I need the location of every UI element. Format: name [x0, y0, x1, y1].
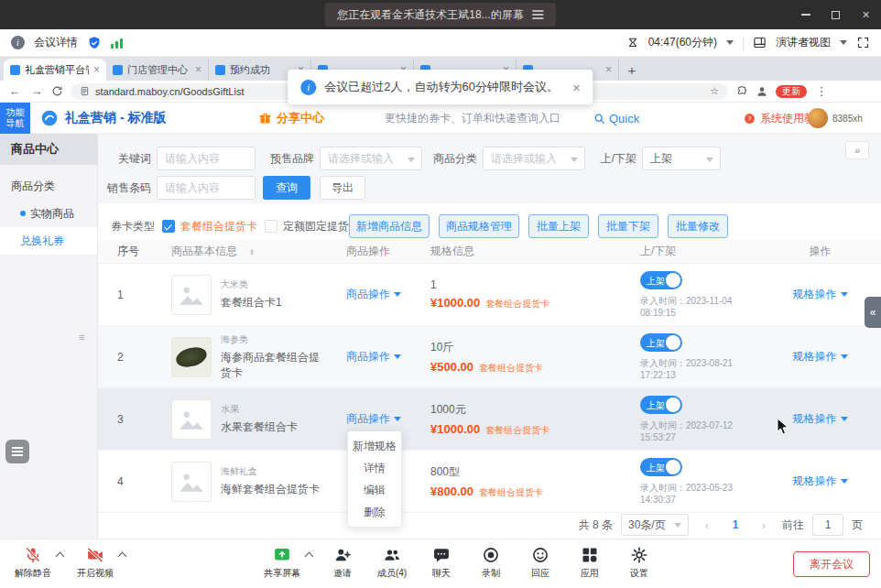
timer-dropdown-icon[interactable] — [726, 40, 734, 45]
product-op-dropdown[interactable]: 商品操作 — [346, 287, 401, 302]
brand-select[interactable]: 请选择或输入 — [320, 147, 422, 170]
sidebar-item-gift-vouchers[interactable]: 兑换礼券 — [0, 227, 97, 255]
row-index: 2 — [105, 351, 162, 364]
record-button[interactable]: 录制 — [465, 546, 517, 580]
tab-favicon — [215, 65, 225, 75]
export-button[interactable]: 导出 — [320, 176, 365, 200]
share-screen-button[interactable]: 共享屏幕 — [256, 546, 308, 580]
menu-item-add-spec[interactable]: 新增规格 — [348, 435, 401, 457]
shelf-toggle[interactable]: 上架 — [640, 271, 682, 289]
browser-update-badge[interactable]: 更新 — [776, 85, 807, 98]
shelf-select[interactable]: 上架 — [642, 147, 721, 170]
browser-tab-active[interactable]: 礼盒营销平台管理中… × — [4, 59, 106, 81]
menu-item-details[interactable]: 详情 — [348, 457, 401, 479]
menu-icon[interactable] — [533, 14, 544, 16]
chevron-down-icon — [394, 417, 401, 421]
search-button[interactable]: 查询 — [263, 176, 310, 200]
menu-item-delete[interactable]: 删除 — [348, 501, 401, 523]
function-nav-line1: 功能 — [6, 107, 25, 118]
barcode-input[interactable] — [157, 176, 256, 200]
sidebar-item-categories[interactable]: 商品分类 — [0, 172, 97, 200]
apps-button[interactable]: 应用 — [564, 546, 615, 580]
security-shield-icon[interactable] — [87, 36, 102, 50]
view-mode-label[interactable]: 演讲者视图 — [776, 35, 831, 50]
bookmark-star-icon[interactable]: ☆ — [710, 85, 719, 97]
window-controls: × — [790, 0, 881, 29]
quick-link[interactable]: Quick — [593, 103, 639, 134]
batch-off-shelf-button[interactable]: 批量下架 — [598, 214, 658, 238]
shelf-toggle[interactable]: 上架 — [640, 333, 682, 352]
new-tab-button[interactable]: + — [623, 60, 641, 79]
spec-manage-button[interactable]: 商品规格管理 — [439, 214, 519, 238]
product-op-dropdown[interactable]: 商品操作 — [346, 349, 401, 365]
checkbox-icon[interactable] — [265, 220, 277, 233]
tab-close-icon[interactable]: × — [605, 64, 612, 75]
info-icon: i — [300, 80, 316, 95]
fullscreen-icon[interactable] — [856, 36, 870, 49]
spec-op-dropdown[interactable]: 规格操作 — [793, 287, 848, 302]
view-dropdown-icon[interactable] — [840, 40, 847, 45]
user-menu[interactable]: 8385xh — [808, 103, 863, 134]
maximize-button[interactable] — [821, 0, 851, 29]
add-product-button[interactable]: 新增商品信息 — [349, 214, 430, 238]
cardtype-option-fixed[interactable]: 定额固定提货卡 — [265, 214, 360, 238]
members-button[interactable]: 成员(4) — [366, 546, 418, 580]
function-nav-button[interactable]: 功能 导航 — [0, 103, 30, 134]
keyword-input[interactable] — [157, 147, 256, 170]
close-button[interactable]: × — [851, 0, 881, 29]
pagination: 共 8 条 30条/页 ‹ 1 › 前往 页 — [98, 513, 863, 537]
collapse-filters-button[interactable]: » — [845, 141, 869, 159]
spec-op-dropdown[interactable]: 规格操作 — [793, 349, 848, 365]
batch-on-shelf-button[interactable]: 批量上架 — [528, 214, 589, 238]
back-icon[interactable]: ← — [7, 84, 22, 98]
chat-button[interactable]: 聊天 — [416, 546, 467, 580]
unmute-button[interactable]: 解除静音 — [7, 546, 59, 580]
right-panel-tab[interactable]: « — [865, 297, 881, 328]
shelf-toggle[interactable]: 上架 — [640, 396, 682, 414]
category-select[interactable]: 请选择或输入 — [483, 147, 585, 170]
browser-menu-icon[interactable]: ⋮ — [814, 84, 829, 98]
product-name: 海参商品套餐组合提货卡 — [221, 350, 325, 381]
header-spec: 规格信息 — [409, 244, 618, 259]
forward-icon[interactable]: → — [29, 84, 44, 98]
cardtype-option-combo[interactable]: 套餐组合提货卡 — [162, 214, 257, 238]
page-size-select[interactable]: 30条/页 — [621, 514, 689, 536]
info-icon: i — [11, 36, 25, 49]
tab-close-icon[interactable]: × — [195, 64, 201, 75]
chevron-down-icon — [706, 158, 713, 162]
invite-button[interactable]: 邀请 — [317, 546, 368, 580]
batch-edit-button[interactable]: 批量修改 — [668, 214, 728, 238]
tab-label: 预约成功 — [230, 63, 293, 77]
tab-close-icon[interactable]: × — [93, 64, 100, 75]
prev-page-button[interactable]: ‹ — [697, 514, 717, 536]
header-action: 操作 — [767, 244, 874, 259]
browser-tab[interactable]: 门店管理中心 × — [106, 59, 209, 81]
settings-button[interactable]: 设置 — [614, 546, 665, 580]
menu-item-edit[interactable]: 编辑 — [348, 479, 401, 501]
meeting-details-link[interactable]: 会议详情 — [34, 35, 78, 50]
start-video-button[interactable]: 开启视频 — [70, 546, 121, 580]
sidebar-item-physical-goods[interactable]: 实物商品 — [0, 200, 97, 227]
leave-meeting-button[interactable]: 离开会议 — [793, 551, 870, 577]
meeting-toast: i 会议已超过2人，自动转为60分钟限时会议。 × — [288, 70, 593, 104]
meeting-mini-toolbar[interactable] — [5, 440, 29, 463]
row-index: 4 — [105, 475, 162, 488]
next-page-button[interactable]: › — [754, 514, 774, 536]
share-center-link[interactable]: 分享中心 — [258, 103, 324, 134]
spec-op-dropdown[interactable]: 规格操作 — [793, 411, 848, 427]
shelf-toggle[interactable]: 上架 — [640, 458, 682, 476]
goto-page-input[interactable] — [812, 514, 843, 536]
refresh-icon[interactable] — [51, 85, 63, 97]
react-button[interactable]: 回应 — [515, 546, 566, 580]
sort-icon[interactable]: ▲▼ — [249, 248, 255, 256]
profile-icon[interactable] — [756, 85, 768, 98]
checkbox-checked-icon[interactable] — [162, 220, 175, 233]
product-op-dropdown-open[interactable]: 商品操作 — [346, 411, 401, 427]
spec-op-dropdown[interactable]: 规格操作 — [793, 474, 848, 489]
toast-close-icon[interactable]: × — [572, 80, 581, 95]
minimize-button[interactable] — [790, 0, 821, 29]
sidebar-grip-icon[interactable]: ≡ — [79, 332, 84, 343]
extensions-icon[interactable] — [735, 85, 748, 98]
product-name: 水果套餐组合卡 — [221, 419, 298, 435]
current-page[interactable]: 1 — [725, 514, 745, 536]
